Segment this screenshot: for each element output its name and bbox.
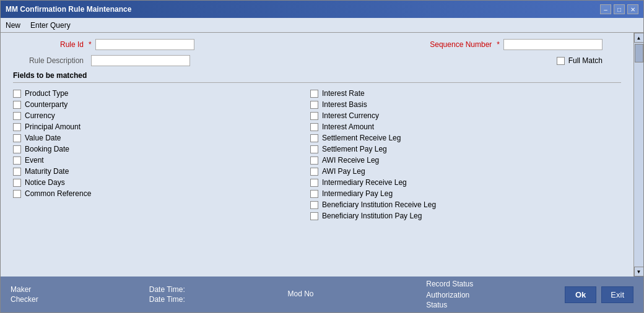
settlement-receive-leg-label: Settlement Receive Leg	[322, 134, 401, 142]
maximize-button[interactable]: □	[614, 4, 625, 14]
minimize-button[interactable]: –	[600, 4, 611, 14]
footer-buttons: Ok Exit	[565, 286, 633, 303]
status-section: Record Status Authorization Status	[426, 280, 565, 309]
mod-no-label: Mod No	[288, 289, 427, 298]
event-checkbox[interactable]	[13, 156, 21, 165]
interest-amount-label: Interest Amount	[322, 122, 374, 131]
settlement-pay-leg-checkbox[interactable]	[310, 145, 318, 153]
list-item: Interest Amount	[310, 122, 496, 131]
awi-pay-leg-label: AWI Pay Leg	[322, 167, 365, 176]
list-item: Event	[13, 156, 174, 165]
common-reference-label: Common Reference	[25, 189, 91, 198]
product-type-label: Product Type	[25, 89, 69, 98]
list-item: Product Type	[13, 89, 174, 98]
rule-desc-row: Rule Description Full Match	[13, 55, 621, 66]
list-item: Booking Date	[13, 145, 174, 153]
menu-enter-query[interactable]: Enter Query	[30, 21, 71, 30]
common-reference-checkbox[interactable]	[13, 190, 21, 198]
interest-rate-checkbox[interactable]	[310, 90, 318, 98]
list-item: Interest Rate	[310, 89, 496, 98]
status-label: Status	[426, 301, 565, 309]
top-form-row: Rule Id * Sequence Number *	[13, 39, 621, 50]
list-item: Counterparty	[13, 100, 174, 109]
footer: Maker Checker Date Time: Date Time: Mod …	[1, 277, 643, 312]
mod-no-section: Mod No	[288, 289, 427, 299]
value-date-checkbox[interactable]	[13, 134, 21, 142]
list-item: Maturity Date	[13, 167, 174, 176]
interest-amount-checkbox[interactable]	[310, 123, 318, 131]
main-window: MM Confirmation Rule Maintenance – □ ✕ N…	[0, 0, 644, 313]
close-button[interactable]: ✕	[627, 4, 638, 14]
currency-label: Currency	[25, 111, 55, 120]
sequence-number-group: Sequence Number *	[421, 39, 603, 50]
scroll-up-button[interactable]: ▲	[634, 33, 644, 43]
counterparty-checkbox[interactable]	[13, 101, 21, 109]
list-item: Interest Currency	[310, 111, 496, 120]
value-date-label: Value Date	[25, 134, 61, 142]
intermediary-pay-leg-label: Intermediary Pay Leg	[322, 189, 393, 198]
main-content: Rule Id * Sequence Number * Rule Descrip…	[1, 33, 643, 277]
rule-desc-group: Rule Description	[13, 55, 190, 66]
maturity-date-checkbox[interactable]	[13, 168, 21, 176]
fields-grid: Product Type Counterparty Currency Princ…	[13, 89, 621, 220]
authorization-label: Authorization	[426, 291, 565, 299]
record-status-label: Record Status	[426, 280, 565, 288]
list-item: Common Reference	[13, 189, 174, 198]
list-item: AWI Pay Leg	[310, 167, 496, 176]
rule-description-label: Rule Description	[13, 56, 87, 65]
list-item: Interest Basis	[310, 100, 496, 109]
maturity-date-label: Maturity Date	[25, 167, 69, 176]
list-item: Beneficiary Institution Pay Leg	[310, 212, 496, 220]
awi-receive-leg-checkbox[interactable]	[310, 156, 318, 165]
list-item: Intermediary Receive Leg	[310, 178, 496, 187]
awi-receive-leg-label: AWI Receive Leg	[322, 156, 379, 165]
list-item: Currency	[13, 111, 174, 120]
principal-amount-checkbox[interactable]	[13, 123, 21, 131]
booking-date-checkbox[interactable]	[13, 145, 21, 153]
window-controls: – □ ✕	[600, 4, 638, 14]
rule-description-input[interactable]	[91, 55, 190, 66]
sequence-required-marker: *	[497, 40, 500, 49]
menu-bar: New Enter Query	[1, 18, 643, 33]
scroll-down-button[interactable]: ▼	[634, 267, 644, 277]
beneficiary-receive-leg-checkbox[interactable]	[310, 201, 318, 209]
full-match-checkbox[interactable]	[557, 57, 565, 65]
settlement-receive-leg-checkbox[interactable]	[310, 134, 318, 142]
product-type-checkbox[interactable]	[13, 90, 21, 98]
sequence-number-label: Sequence Number	[421, 40, 495, 49]
list-item: Value Date	[13, 134, 174, 142]
exit-button[interactable]: Exit	[601, 286, 633, 303]
intermediary-pay-leg-checkbox[interactable]	[310, 190, 318, 198]
scrollbar[interactable]: ▲ ▼	[633, 33, 643, 277]
list-item: Principal Amount	[13, 122, 174, 131]
form-area: Rule Id * Sequence Number * Rule Descrip…	[1, 33, 633, 277]
interest-rate-label: Interest Rate	[322, 89, 365, 98]
interest-basis-checkbox[interactable]	[310, 101, 318, 109]
awi-pay-leg-checkbox[interactable]	[310, 168, 318, 176]
window-title: MM Confirmation Rule Maintenance	[6, 5, 131, 14]
fields-section-header: Fields to be matched	[13, 71, 621, 83]
menu-new[interactable]: New	[6, 21, 20, 30]
principal-amount-label: Principal Amount	[25, 122, 80, 131]
counterparty-label: Counterparty	[25, 100, 67, 109]
list-item: Beneficiary Institution Receive Leg	[310, 200, 496, 209]
right-fields-column: Interest Rate Interest Basis Interest Cu…	[310, 89, 496, 220]
beneficiary-pay-leg-checkbox[interactable]	[310, 212, 318, 220]
intermediary-receive-leg-checkbox[interactable]	[310, 179, 318, 187]
scroll-thumb[interactable]	[635, 44, 643, 62]
notice-days-checkbox[interactable]	[13, 179, 21, 187]
full-match-group: Full Match	[557, 56, 603, 65]
rule-id-input[interactable]	[95, 39, 194, 50]
currency-checkbox[interactable]	[13, 112, 21, 120]
ok-button[interactable]: Ok	[565, 286, 596, 303]
interest-currency-label: Interest Currency	[322, 111, 379, 120]
intermediary-receive-leg-label: Intermediary Receive Leg	[322, 178, 407, 187]
full-match-label: Full Match	[568, 56, 603, 65]
interest-currency-checkbox[interactable]	[310, 112, 318, 120]
booking-date-label: Booking Date	[25, 145, 69, 153]
maker-section: Maker Checker	[11, 285, 149, 304]
sequence-number-input[interactable]	[503, 39, 603, 50]
checker-datetime-label: Date Time:	[149, 295, 185, 304]
list-item: Intermediary Pay Leg	[310, 189, 496, 198]
checker-label: Checker	[11, 295, 149, 304]
